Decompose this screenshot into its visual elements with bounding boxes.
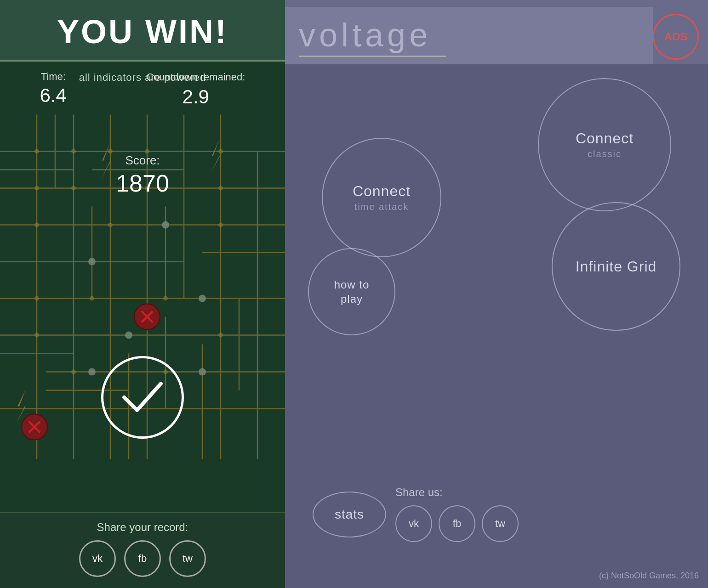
svg-point-47 — [162, 221, 169, 229]
right-tw-label: tw — [495, 518, 505, 530]
menu-area: Connect classic Connect time attack Infi… — [285, 64, 708, 588]
svg-point-37 — [108, 223, 113, 227]
svg-point-46 — [88, 258, 96, 266]
right-panel: voltage ADS Connect classic Connect time… — [285, 0, 708, 588]
fb-label: fb — [138, 553, 147, 565]
time-stat: Time: 6.4 — [40, 71, 67, 108]
how-to-play-button[interactable]: how to play — [308, 248, 395, 335]
connect-time-attack-button[interactable]: Connect time attack — [322, 138, 441, 257]
ads-label: ADS — [664, 30, 688, 43]
svg-point-40 — [90, 296, 94, 301]
tw-label: tw — [183, 553, 193, 565]
menu-circles: Connect classic Connect time attack Infi… — [303, 78, 690, 574]
right-share-tw-button[interactable]: tw — [482, 505, 519, 542]
svg-marker-54 — [17, 390, 26, 423]
svg-point-41 — [163, 296, 168, 301]
score-value: 1870 — [0, 170, 285, 197]
svg-point-30 — [145, 149, 149, 154]
ads-button[interactable]: ADS — [653, 14, 699, 60]
checkmark-circle — [101, 356, 184, 439]
right-share-vk-button[interactable]: vk — [395, 505, 432, 542]
share-fb-button[interactable]: fb — [124, 540, 161, 577]
countdown-value: 2.9 — [146, 86, 245, 108]
countdown-label: Countdown remained: — [146, 71, 245, 84]
svg-point-31 — [218, 149, 223, 154]
svg-point-28 — [71, 149, 76, 154]
connect-time-title: Connect — [353, 183, 411, 200]
stats-title: stats — [335, 507, 364, 522]
circuit-svg — [0, 62, 285, 512]
share-buttons: vk fb tw — [9, 540, 276, 577]
voltage-title: voltage — [299, 16, 639, 54]
score-label: Score: — [0, 153, 285, 168]
connect-classic-button[interactable]: Connect classic — [538, 78, 671, 211]
share-us-buttons: vk fb tw — [395, 505, 680, 542]
svg-point-27 — [34, 149, 39, 154]
copyright-text: (c) NotSoOld Games, 2016 — [599, 571, 699, 581]
right-fb-label: fb — [453, 518, 461, 530]
share-section: Share your record: vk fb tw — [0, 512, 285, 588]
share-vk-button[interactable]: vk — [79, 540, 116, 577]
svg-point-50 — [88, 368, 96, 376]
right-share-fb-button[interactable]: fb — [439, 505, 475, 542]
checkmark-icon — [120, 379, 166, 416]
share-us-area: Share us: vk fb tw — [395, 486, 680, 542]
game-board-area: Time: 6.4 Countdown remained: 2.9 Score:… — [0, 62, 285, 512]
right-top-bar: voltage ADS — [285, 0, 708, 64]
score-block: Score: 1870 — [0, 153, 285, 197]
voltage-title-box: voltage — [285, 7, 653, 64]
connect-classic-sub: classic — [588, 149, 622, 159]
time-label: Time: — [40, 71, 67, 83]
connect-time-sub: time attack — [354, 202, 409, 212]
svg-point-42 — [34, 333, 39, 338]
right-vk-label: vk — [409, 518, 419, 530]
svg-point-43 — [218, 333, 223, 338]
svg-point-39 — [34, 296, 39, 301]
infinite-grid-button[interactable]: Infinite Grid — [552, 202, 680, 331]
share-label: Share your record: — [9, 521, 276, 534]
time-value: 6.4 — [40, 85, 67, 107]
share-us-label: Share us: — [395, 486, 680, 499]
svg-point-44 — [71, 370, 76, 374]
stats-overlay: Time: 6.4 Countdown remained: 2.9 — [0, 71, 285, 108]
share-tw-button[interactable]: tw — [169, 540, 206, 577]
connect-classic-title: Connect — [576, 130, 634, 147]
svg-point-51 — [199, 368, 206, 376]
vk-label: vk — [92, 553, 103, 565]
svg-point-48 — [199, 295, 206, 302]
svg-point-29 — [108, 149, 113, 154]
voltage-underline — [299, 56, 446, 57]
win-title: YOU WIN! — [9, 13, 276, 51]
svg-point-38 — [218, 223, 223, 227]
stats-button[interactable]: stats — [313, 492, 386, 537]
howto-title: how to play — [334, 277, 370, 306]
svg-point-36 — [34, 223, 39, 227]
left-panel: YOU WIN! — [0, 0, 285, 588]
svg-point-49 — [125, 332, 132, 339]
win-header: YOU WIN! — [0, 0, 285, 61]
infinite-grid-title: Infinite Grid — [576, 258, 657, 275]
countdown-stat: Countdown remained: 2.9 — [146, 71, 245, 108]
